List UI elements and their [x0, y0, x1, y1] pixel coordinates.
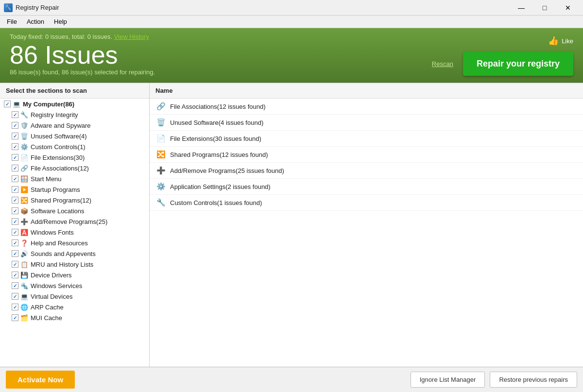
- tree-item[interactable]: 📄 File Extensions(30): [8, 152, 149, 163]
- child-icon-14: 📋: [20, 260, 29, 269]
- child-label-4: File Extensions(30): [31, 154, 85, 161]
- tree-item[interactable]: 📦 Software Locations: [8, 205, 149, 216]
- issue-list: 🔗 File Associations(12 issues found) 🗑️ …: [150, 99, 583, 211]
- tree-item[interactable]: 🅰️ Windows Fonts: [8, 227, 149, 238]
- column-header: Name: [150, 83, 583, 99]
- issues-count: 86 Issues: [10, 42, 155, 68]
- child-label-17: Virtual Devices: [31, 293, 72, 300]
- child-checkbox-8[interactable]: [12, 197, 18, 204]
- list-item[interactable]: 🔗 File Associations(12 issues found): [150, 99, 583, 115]
- child-checkbox-16[interactable]: [12, 282, 18, 289]
- list-item[interactable]: ➕ Add/Remove Programs(25 issues found): [150, 163, 583, 179]
- child-label-14: MRU and History Lists: [31, 261, 93, 268]
- tree-item[interactable]: ▶️ Startup Programs: [8, 184, 149, 195]
- child-icon-9: 📦: [20, 206, 29, 215]
- list-icon-6: 🔧: [155, 197, 166, 208]
- list-item[interactable]: 🔀 Shared Programs(12 issues found): [150, 147, 583, 163]
- child-checkbox-12[interactable]: [12, 239, 18, 246]
- child-icon-11: 🅰️: [20, 228, 29, 237]
- child-checkbox-2[interactable]: [12, 133, 18, 139]
- child-checkbox-3[interactable]: [12, 143, 18, 150]
- view-history-link[interactable]: View History: [114, 33, 149, 40]
- child-checkbox-15[interactable]: [12, 272, 18, 278]
- like-button[interactable]: 👍 Like: [548, 35, 573, 46]
- root-checkbox[interactable]: [4, 101, 11, 107]
- child-checkbox-11[interactable]: [12, 229, 18, 236]
- tree-item[interactable]: 🔊 Sounds and Appevents: [8, 248, 149, 259]
- child-icon-12: ❓: [20, 239, 29, 247]
- tree-item[interactable]: 🪟 Start Menu: [8, 173, 149, 184]
- child-label-11: Windows Fonts: [31, 229, 74, 236]
- tree-item[interactable]: 📋 MRU and History Lists: [8, 259, 149, 270]
- maximize-button[interactable]: □: [533, 0, 556, 16]
- list-icon-1: 🗑️: [155, 117, 166, 128]
- child-label-19: MUI Cache: [31, 314, 62, 322]
- child-checkbox-5[interactable]: [12, 165, 18, 171]
- tree-root[interactable]: 💻 My Computer(86): [0, 99, 149, 109]
- child-icon-0: 🔧: [20, 110, 29, 119]
- tree-item[interactable]: 🔧 Registry Integrity: [8, 109, 149, 120]
- child-checkbox-19[interactable]: [12, 314, 18, 321]
- child-icon-5: 🔗: [20, 164, 29, 172]
- menu-action[interactable]: Action: [22, 17, 49, 26]
- child-icon-16: 🔩: [20, 281, 29, 290]
- tree-item[interactable]: 🔀 Shared Programs(12): [8, 195, 149, 205]
- tree-item[interactable]: 🗑️ Unused Software(4): [8, 131, 149, 141]
- menu-file[interactable]: File: [2, 17, 22, 26]
- header-left: Today fixed: 0 issues, total: 0 issues. …: [10, 33, 155, 76]
- list-item[interactable]: ⚙️ Application Settings(2 issues found): [150, 179, 583, 195]
- tree-item[interactable]: ❓ Help and Resources: [8, 238, 149, 248]
- child-icon-6: 🪟: [20, 174, 29, 183]
- child-checkbox-17[interactable]: [12, 293, 18, 300]
- minimize-button[interactable]: —: [510, 0, 532, 16]
- ignore-list-button[interactable]: Ignore List Manager: [411, 372, 485, 388]
- child-checkbox-4[interactable]: [12, 154, 18, 161]
- child-label-9: Software Locations: [31, 207, 85, 215]
- list-text-1: Unused Software(4 issues found): [170, 119, 263, 126]
- window-controls: — □ ✕: [510, 0, 579, 16]
- child-checkbox-6[interactable]: [12, 175, 18, 182]
- rescan-link[interactable]: Rescan: [432, 60, 453, 68]
- titlebar: Registry Repair — □ ✕: [0, 0, 583, 16]
- child-checkbox-14[interactable]: [12, 261, 18, 268]
- child-label-18: ARP Cache: [31, 304, 64, 311]
- child-checkbox-13[interactable]: [12, 250, 18, 257]
- left-panel-header: Select the sections to scan: [0, 83, 149, 99]
- tree-item[interactable]: 🛡️ Adware and Spyware: [8, 120, 149, 131]
- list-item[interactable]: 🔧 Custom Controls(1 issues found): [150, 195, 583, 211]
- child-label-3: Custom Controls(1): [31, 143, 86, 151]
- child-label-2: Unused Software(4): [31, 133, 87, 140]
- child-label-5: File Associations(12): [31, 165, 89, 172]
- list-text-6: Custom Controls(1 issues found): [170, 199, 262, 206]
- child-label-0: Registry Integrity: [31, 111, 78, 119]
- tree-item[interactable]: ➕ Add/Remove Programs(25): [8, 216, 149, 227]
- menu-help[interactable]: Help: [49, 17, 72, 26]
- close-button[interactable]: ✕: [557, 0, 579, 16]
- child-checkbox-18[interactable]: [12, 304, 18, 310]
- child-checkbox-10[interactable]: [12, 218, 18, 225]
- repair-button[interactable]: Repair your registry: [463, 52, 573, 76]
- child-checkbox-9[interactable]: [12, 207, 18, 214]
- child-label-1: Adware and Spyware: [31, 122, 91, 129]
- restore-button[interactable]: Restore previous repairs: [490, 372, 577, 388]
- child-checkbox-7[interactable]: [12, 186, 18, 193]
- tree-item[interactable]: 💾 Device Drivers: [8, 270, 149, 280]
- child-icon-15: 💾: [20, 271, 29, 279]
- list-icon-3: 🔀: [155, 149, 166, 160]
- tree-item[interactable]: 🔩 Windows Services: [8, 280, 149, 291]
- tree-item[interactable]: 💻 Virtual Devices: [8, 291, 149, 302]
- tree-item[interactable]: 🗂️ MUI Cache: [8, 312, 149, 323]
- list-item[interactable]: 🗑️ Unused Software(4 issues found): [150, 115, 583, 131]
- tree-item[interactable]: ⚙️ Custom Controls(1): [8, 141, 149, 152]
- app-icon: [4, 3, 13, 12]
- header-right: 👍 Like Rescan Repair your registry: [432, 35, 573, 76]
- child-icon-13: 🔊: [20, 249, 29, 258]
- list-item[interactable]: 📄 File Extensions(30 issues found): [150, 131, 583, 147]
- child-checkbox-1[interactable]: [12, 122, 18, 129]
- activate-button[interactable]: Activate Now: [6, 371, 75, 389]
- child-checkbox-0[interactable]: [12, 111, 18, 118]
- child-icon-3: ⚙️: [20, 142, 29, 151]
- bottom-bar: Activate Now Ignore List Manager Restore…: [0, 367, 583, 392]
- tree-item[interactable]: 🌐 ARP Cache: [8, 302, 149, 312]
- tree-item[interactable]: 🔗 File Associations(12): [8, 163, 149, 173]
